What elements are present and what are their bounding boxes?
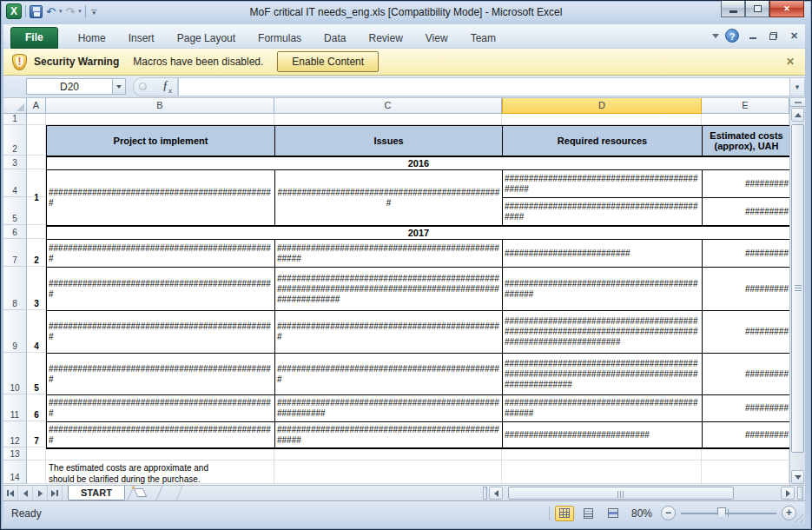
close-button[interactable]: ✕ [769, 1, 804, 17]
grid-cell[interactable] [274, 447, 502, 460]
scroll-right-icon[interactable] [781, 487, 795, 500]
restore-button[interactable] [745, 1, 769, 17]
cell-e8-item3-cost[interactable]: ######### [703, 268, 791, 311]
tab-formulas[interactable]: Formulas [247, 29, 313, 49]
cell-e4-item1-cost[interactable]: ######### [703, 170, 791, 198]
grid-cell[interactable] [274, 114, 502, 124]
cell-b14-note[interactable]: The estimated costs are approximate and … [49, 462, 309, 485]
scroll-up-icon[interactable] [791, 108, 804, 122]
cell-b7-item2-project[interactable]: ########################################… [47, 240, 275, 268]
cell-e7-item2-cost[interactable]: ######### [703, 240, 791, 268]
tab-review[interactable]: Review [357, 29, 413, 49]
name-box-dropdown-icon[interactable] [113, 78, 126, 95]
grid-cell[interactable] [27, 460, 46, 483]
row-header-6[interactable]: 6 [3, 225, 27, 239]
cell-c10-item5-issues[interactable]: ########################################… [275, 354, 503, 395]
cell-c9-item4-issues[interactable]: ########################################… [275, 311, 503, 354]
horizontal-scroll-thumb[interactable] [508, 487, 734, 500]
tab-insert[interactable]: Insert [117, 29, 166, 49]
zoom-slider[interactable] [681, 506, 776, 520]
grid-cell[interactable] [502, 447, 702, 460]
zoom-slider-thumb[interactable] [717, 507, 726, 519]
row-header-10[interactable]: 10 [3, 353, 27, 394]
vertical-scrollbar[interactable] [789, 98, 805, 485]
grid-cell[interactable] [46, 114, 274, 124]
cell-b10-item5-project[interactable]: ########################################… [47, 354, 275, 395]
cell-d8-item3-resources[interactable]: ########################################… [503, 268, 703, 311]
cell-b11-item6-project[interactable]: ########################################… [47, 395, 275, 422]
scroll-left-icon[interactable] [489, 487, 503, 500]
horizontal-split-handle[interactable] [797, 487, 803, 500]
vertical-split-handle[interactable] [790, 98, 805, 107]
item-number[interactable]: 4 [27, 310, 46, 353]
item-number[interactable]: 3 [27, 267, 46, 310]
zoom-out-button[interactable]: − [661, 506, 676, 520]
insert-function-icon[interactable]: ƒx [162, 79, 172, 95]
security-bar-close-icon[interactable]: ✕ [786, 56, 795, 68]
cell-c7-item2-issues[interactable]: ########################################… [275, 240, 503, 268]
cell-e12-item7-cost[interactable]: ######### [703, 422, 791, 448]
tab-page-layout[interactable]: Page Layout [166, 29, 247, 49]
tab-file[interactable]: File [10, 27, 58, 49]
grid-cell[interactable] [502, 460, 702, 483]
table-header-resources[interactable]: Required resources [503, 126, 703, 156]
cell-d9-item4-resources[interactable]: ########################################… [503, 311, 703, 354]
tab-split-handle[interactable] [483, 487, 487, 500]
row-header-5[interactable]: 5 [3, 197, 27, 225]
workbook-close-button[interactable]: ✕ [787, 30, 802, 42]
table-header-project[interactable]: Project to implement [47, 126, 275, 156]
grid-cell[interactable] [702, 114, 789, 124]
column-header-d-selected[interactable]: D [502, 98, 702, 114]
row-header-12[interactable]: 12 [3, 421, 27, 447]
cell-d7-item2-resources[interactable]: ########################## [503, 240, 703, 268]
cell-b8-item3-project[interactable]: ########################################… [47, 268, 275, 311]
tab-data[interactable]: Data [313, 29, 357, 49]
row-header-3[interactable]: 3 [3, 156, 27, 169]
year-2016-row[interactable]: 2016 [47, 156, 791, 170]
page-layout-view-button[interactable] [579, 506, 598, 521]
item-number[interactable]: 1 [27, 169, 46, 225]
column-header-e[interactable]: E [702, 98, 789, 114]
first-sheet-button[interactable] [3, 486, 18, 500]
zoom-in-button[interactable]: + [782, 506, 796, 520]
grid-cell[interactable] [502, 114, 702, 124]
cell-d5-item1-resources[interactable]: ########################################… [503, 198, 703, 226]
row-header-2[interactable]: 2 [3, 125, 27, 156]
scroll-down-icon[interactable] [791, 470, 804, 484]
minimize-button[interactable] [721, 1, 745, 17]
horizontal-scrollbar[interactable] [503, 487, 781, 500]
formula-input[interactable] [178, 77, 789, 96]
cell-d12-item7-resources[interactable]: ############################## [503, 422, 703, 448]
grid-cell[interactable] [702, 447, 789, 460]
select-all-corner[interactable] [3, 98, 27, 114]
expand-ribbon-icon[interactable] [712, 34, 719, 38]
grid-cell[interactable] [27, 114, 46, 124]
column-header-c[interactable]: C [274, 98, 502, 114]
table-header-costs[interactable]: Estimated costs (approx), UAH [703, 126, 791, 156]
row-header-8[interactable]: 8 [3, 267, 27, 310]
row-header-14[interactable]: 14 [3, 460, 27, 484]
normal-view-button[interactable] [555, 506, 574, 521]
previous-sheet-button[interactable] [18, 486, 33, 500]
workbook-restore-button[interactable] [766, 30, 781, 42]
grid-cell[interactable] [702, 460, 789, 483]
column-header-a[interactable]: A [27, 98, 46, 114]
cell-c11-item6-issues[interactable]: ########################################… [275, 395, 503, 422]
cell-c12-item7-issues[interactable]: ########################################… [275, 422, 503, 448]
cell-d10-item5-resources[interactable]: ########################################… [503, 354, 703, 395]
column-header-b[interactable]: B [46, 98, 274, 114]
cell-c4-item1-issues[interactable]: ########################################… [275, 170, 503, 226]
cell-b12-item7-project[interactable]: ########################################… [47, 422, 275, 448]
tab-team[interactable]: Team [459, 29, 507, 49]
grid-cell[interactable] [46, 447, 274, 460]
cell-e10-item5-cost[interactable]: ######### [703, 354, 791, 395]
grid-cell[interactable] [27, 447, 46, 460]
item-number[interactable]: 5 [27, 353, 46, 394]
cell-e9-item4-cost[interactable]: ######### [703, 311, 791, 354]
cell-e5-item1-cost[interactable]: ######### [703, 198, 791, 226]
row-header-13[interactable]: 13 [3, 447, 27, 460]
tab-view[interactable]: View [414, 29, 459, 49]
year-2017-row[interactable]: 2017 [47, 226, 791, 240]
tab-home[interactable]: Home [67, 29, 117, 49]
vertical-scroll-thumb[interactable] [791, 124, 804, 453]
